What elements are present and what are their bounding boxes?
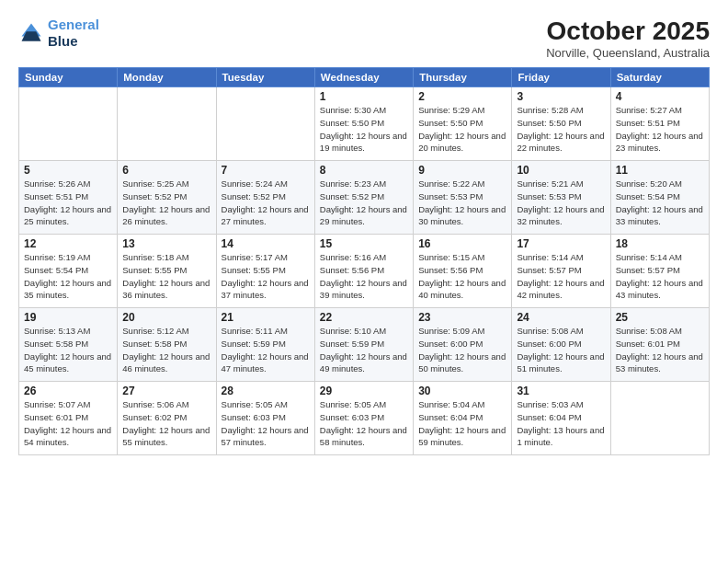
week-row-4: 26Sunrise: 5:07 AM Sunset: 6:01 PM Dayli… — [19, 382, 710, 455]
calendar-cell-w3-d2: 21Sunrise: 5:11 AM Sunset: 5:59 PM Dayli… — [216, 308, 314, 382]
logo: General Blue — [18, 17, 99, 50]
title-block: October 2025 Norville, Queensland, Austr… — [546, 17, 710, 60]
calendar-cell-w4-d4: 30Sunrise: 5:04 AM Sunset: 6:04 PM Dayli… — [414, 382, 512, 455]
day-number-w3-d4: 23 — [418, 311, 506, 324]
day-info-w4-d5: Sunrise: 5:03 AM Sunset: 6:04 PM Dayligh… — [517, 398, 605, 449]
day-number-w1-d5: 10 — [517, 164, 605, 177]
day-info-w1-d5: Sunrise: 5:21 AM Sunset: 5:53 PM Dayligh… — [517, 178, 605, 228]
day-info-w3-d5: Sunrise: 5:08 AM Sunset: 6:00 PM Dayligh… — [517, 325, 605, 375]
day-number-w4-d5: 31 — [517, 385, 605, 397]
day-info-w2-d1: Sunrise: 5:18 AM Sunset: 5:55 PM Dayligh… — [122, 251, 210, 302]
calendar-cell-w4-d1: 27Sunrise: 5:06 AM Sunset: 6:02 PM Dayli… — [118, 382, 216, 455]
calendar-cell-w0-d3: 1Sunrise: 5:30 AM Sunset: 5:50 PM Daylig… — [314, 87, 413, 161]
calendar-cell-w4-d0: 26Sunrise: 5:07 AM Sunset: 6:01 PM Dayli… — [19, 382, 118, 455]
day-info-w1-d2: Sunrise: 5:24 AM Sunset: 5:52 PM Dayligh… — [222, 178, 310, 228]
month-title: October 2025 — [546, 17, 710, 46]
header: General Blue October 2025 Norville, Quee… — [18, 17, 710, 60]
day-number-w2-d4: 16 — [418, 237, 506, 250]
day-info-w0-d6: Sunrise: 5:27 AM Sunset: 5:51 PM Dayligh… — [616, 104, 704, 155]
page: General Blue October 2025 Norville, Quee… — [0, 0, 728, 563]
day-number-w2-d5: 17 — [517, 237, 605, 250]
header-thursday: Thursday — [414, 68, 512, 87]
day-info-w4-d4: Sunrise: 5:04 AM Sunset: 6:04 PM Dayligh… — [418, 398, 506, 449]
day-number-w4-d2: 28 — [222, 385, 310, 397]
day-info-w3-d4: Sunrise: 5:09 AM Sunset: 6:00 PM Dayligh… — [418, 325, 506, 375]
day-number-w0-d5: 3 — [517, 90, 605, 103]
calendar-cell-w4-d3: 29Sunrise: 5:05 AM Sunset: 6:03 PM Dayli… — [314, 382, 413, 455]
calendar-cell-w3-d5: 24Sunrise: 5:08 AM Sunset: 6:00 PM Dayli… — [512, 308, 610, 382]
day-number-w1-d2: 7 — [222, 164, 310, 177]
day-number-w0-d3: 1 — [320, 90, 408, 103]
day-info-w2-d6: Sunrise: 5:14 AM Sunset: 5:57 PM Dayligh… — [616, 251, 704, 302]
header-saturday: Saturday — [610, 68, 709, 87]
header-wednesday: Wednesday — [314, 68, 413, 87]
calendar-cell-w3-d6: 25Sunrise: 5:08 AM Sunset: 6:01 PM Dayli… — [610, 308, 709, 382]
day-info-w2-d3: Sunrise: 5:16 AM Sunset: 5:56 PM Dayligh… — [320, 251, 408, 302]
calendar-cell-w0-d0 — [19, 87, 118, 161]
calendar-cell-w1-d4: 9Sunrise: 5:22 AM Sunset: 5:53 PM Daylig… — [414, 161, 512, 235]
calendar-cell-w2-d3: 15Sunrise: 5:16 AM Sunset: 5:56 PM Dayli… — [314, 235, 413, 308]
calendar-cell-w3-d1: 20Sunrise: 5:12 AM Sunset: 5:58 PM Dayli… — [118, 308, 216, 382]
day-number-w2-d3: 15 — [320, 237, 408, 250]
calendar-cell-w3-d0: 19Sunrise: 5:13 AM Sunset: 5:58 PM Dayli… — [19, 308, 118, 382]
day-info-w3-d3: Sunrise: 5:10 AM Sunset: 5:59 PM Dayligh… — [320, 325, 408, 375]
day-info-w0-d5: Sunrise: 5:28 AM Sunset: 5:50 PM Dayligh… — [517, 104, 605, 155]
day-info-w2-d0: Sunrise: 5:19 AM Sunset: 5:54 PM Dayligh… — [24, 251, 112, 302]
day-info-w3-d2: Sunrise: 5:11 AM Sunset: 5:59 PM Dayligh… — [222, 325, 310, 375]
calendar-cell-w1-d0: 5Sunrise: 5:26 AM Sunset: 5:51 PM Daylig… — [19, 161, 118, 235]
weekday-header-row: Sunday Monday Tuesday Wednesday Thursday… — [19, 68, 710, 87]
day-number-w3-d2: 21 — [222, 311, 310, 324]
day-info-w1-d6: Sunrise: 5:20 AM Sunset: 5:54 PM Dayligh… — [616, 178, 704, 228]
day-info-w1-d0: Sunrise: 5:26 AM Sunset: 5:51 PM Dayligh… — [24, 178, 112, 228]
day-number-w3-d6: 25 — [616, 311, 704, 324]
header-monday: Monday — [118, 68, 216, 87]
day-info-w1-d4: Sunrise: 5:22 AM Sunset: 5:53 PM Dayligh… — [418, 178, 506, 228]
calendar-cell-w2-d4: 16Sunrise: 5:15 AM Sunset: 5:56 PM Dayli… — [414, 235, 512, 308]
day-number-w1-d4: 9 — [418, 164, 506, 177]
day-number-w1-d6: 11 — [616, 164, 704, 177]
day-number-w2-d1: 13 — [122, 237, 210, 250]
calendar-cell-w3-d4: 23Sunrise: 5:09 AM Sunset: 6:00 PM Dayli… — [414, 308, 512, 382]
day-info-w3-d0: Sunrise: 5:13 AM Sunset: 5:58 PM Dayligh… — [24, 325, 112, 375]
calendar-cell-w1-d5: 10Sunrise: 5:21 AM Sunset: 5:53 PM Dayli… — [512, 161, 610, 235]
header-friday: Friday — [512, 68, 610, 87]
day-number-w2-d6: 18 — [616, 237, 704, 250]
day-info-w2-d5: Sunrise: 5:14 AM Sunset: 5:57 PM Dayligh… — [517, 251, 605, 302]
calendar-cell-w0-d5: 3Sunrise: 5:28 AM Sunset: 5:50 PM Daylig… — [512, 87, 610, 161]
calendar-cell-w4-d5: 31Sunrise: 5:03 AM Sunset: 6:04 PM Dayli… — [512, 382, 610, 455]
week-row-0: 1Sunrise: 5:30 AM Sunset: 5:50 PM Daylig… — [19, 87, 710, 161]
day-number-w1-d1: 6 — [122, 164, 210, 177]
header-tuesday: Tuesday — [216, 68, 314, 87]
day-number-w4-d3: 29 — [320, 385, 408, 397]
calendar-cell-w0-d2 — [216, 87, 314, 161]
calendar-cell-w2-d1: 13Sunrise: 5:18 AM Sunset: 5:55 PM Dayli… — [118, 235, 216, 308]
calendar-cell-w3-d3: 22Sunrise: 5:10 AM Sunset: 5:59 PM Dayli… — [314, 308, 413, 382]
calendar-cell-w0-d6: 4Sunrise: 5:27 AM Sunset: 5:51 PM Daylig… — [610, 87, 709, 161]
header-sunday: Sunday — [19, 68, 118, 87]
week-row-1: 5Sunrise: 5:26 AM Sunset: 5:51 PM Daylig… — [19, 161, 710, 235]
logo-icon — [18, 20, 44, 46]
day-number-w2-d0: 12 — [24, 237, 112, 250]
week-row-2: 12Sunrise: 5:19 AM Sunset: 5:54 PM Dayli… — [19, 235, 710, 308]
day-number-w3-d0: 19 — [24, 311, 112, 324]
day-info-w0-d3: Sunrise: 5:30 AM Sunset: 5:50 PM Dayligh… — [320, 104, 408, 155]
day-number-w0-d4: 2 — [418, 90, 506, 103]
calendar-cell-w2-d6: 18Sunrise: 5:14 AM Sunset: 5:57 PM Dayli… — [610, 235, 709, 308]
day-info-w4-d3: Sunrise: 5:05 AM Sunset: 6:03 PM Dayligh… — [320, 398, 408, 449]
location: Norville, Queensland, Australia — [546, 46, 710, 60]
calendar-cell-w1-d1: 6Sunrise: 5:25 AM Sunset: 5:52 PM Daylig… — [118, 161, 216, 235]
day-info-w4-d1: Sunrise: 5:06 AM Sunset: 6:02 PM Dayligh… — [122, 398, 210, 449]
day-info-w1-d3: Sunrise: 5:23 AM Sunset: 5:52 PM Dayligh… — [320, 178, 408, 228]
calendar-cell-w2-d5: 17Sunrise: 5:14 AM Sunset: 5:57 PM Dayli… — [512, 235, 610, 308]
calendar: Sunday Monday Tuesday Wednesday Thursday… — [18, 67, 710, 455]
day-number-w3-d3: 22 — [320, 311, 408, 324]
day-info-w4-d2: Sunrise: 5:05 AM Sunset: 6:03 PM Dayligh… — [222, 398, 310, 449]
day-number-w1-d0: 5 — [24, 164, 112, 177]
calendar-cell-w0-d1 — [118, 87, 216, 161]
calendar-cell-w1-d6: 11Sunrise: 5:20 AM Sunset: 5:54 PM Dayli… — [610, 161, 709, 235]
logo-text: General Blue — [48, 17, 99, 50]
day-info-w0-d4: Sunrise: 5:29 AM Sunset: 5:50 PM Dayligh… — [418, 104, 506, 155]
calendar-cell-w2-d2: 14Sunrise: 5:17 AM Sunset: 5:55 PM Dayli… — [216, 235, 314, 308]
day-number-w4-d1: 27 — [122, 385, 210, 397]
day-info-w3-d6: Sunrise: 5:08 AM Sunset: 6:01 PM Dayligh… — [616, 325, 704, 375]
